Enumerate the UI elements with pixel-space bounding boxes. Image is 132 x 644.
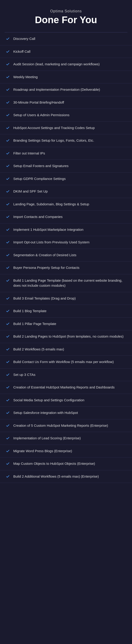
check-icon xyxy=(6,100,10,105)
check-icon xyxy=(6,334,10,339)
check-icon xyxy=(6,214,10,219)
check-icon xyxy=(6,322,10,326)
check-icon xyxy=(6,296,10,301)
check-icon xyxy=(6,240,10,244)
header: Optima Solutions Done For You xyxy=(0,0,132,32)
check-icon xyxy=(6,253,10,257)
list-item: Roadmap and Implementation Presentation … xyxy=(0,84,132,96)
check-icon xyxy=(6,347,10,352)
list-item: Map Custom Objects to HubSpot Objects (E… xyxy=(0,458,132,470)
item-text: 30-Minute Portal Briefing/Handoff xyxy=(13,100,126,105)
check-icon xyxy=(6,423,10,428)
item-text: Implementation of Lead Scoring (Enterpri… xyxy=(13,436,126,441)
item-text: Setup Email Footers and Signatures xyxy=(13,164,126,169)
item-text: Build 2 Workflows (5 emails max) xyxy=(13,347,126,352)
list-item: Discovery Call xyxy=(0,32,132,46)
list-item: Set up 3 CTAs xyxy=(0,368,132,381)
item-text: Setup Salesforce integration with HubSpo… xyxy=(13,410,126,416)
list-item: 30-Minute Portal Briefing/Handoff xyxy=(0,96,132,109)
list-item: Implement 1 HubSpot Marketplace Integrat… xyxy=(0,224,132,236)
item-text: Build 1 Blog Template xyxy=(13,308,126,314)
list-item: Migrate Word Press Blogs (Enterprise) xyxy=(0,445,132,458)
check-icon xyxy=(6,151,10,156)
item-text: Weekly Meeting xyxy=(13,74,126,80)
list-item: Import Contacts and Companies xyxy=(0,210,132,224)
check-icon xyxy=(6,164,10,168)
item-text: Import Opt-out Lists from Previously Use… xyxy=(13,240,126,245)
item-text: Segmentation & Creation of Desired Lists xyxy=(13,252,126,258)
header-title: Done For You xyxy=(4,15,128,25)
item-text: Build 2 Landing Pages to HubSpot (from t… xyxy=(13,334,126,339)
check-icon xyxy=(6,449,10,453)
list-item: Landing Page, Subdomain, Blog Settings &… xyxy=(0,198,132,211)
list-item: Setup Email Footers and Signatures xyxy=(0,160,132,172)
list-item: Branding Settings Setup for Logo, Fonts,… xyxy=(0,134,132,147)
list-item: HubSpot Account Settings and Tracking Co… xyxy=(0,122,132,134)
item-text: Build 3 Email Templates (Drag and Drop) xyxy=(13,296,126,301)
list-item: Kickoff Call xyxy=(0,46,132,58)
list-item: Implementation of Lead Scoring (Enterpri… xyxy=(0,432,132,445)
item-text: Setup of Users & Admin Permissions xyxy=(13,112,126,118)
check-icon xyxy=(6,360,10,364)
item-text: Buyer Persona Property Setup for Contact… xyxy=(13,265,126,270)
check-icon xyxy=(6,227,10,232)
header-subtitle: Optima Solutions xyxy=(4,9,128,13)
list-item: Setup of Users & Admin Permissions xyxy=(0,109,132,122)
check-icon xyxy=(6,202,10,206)
item-text: Build 1 Pillar Page Template xyxy=(13,321,126,326)
item-text: Setup GDPR Compliance Settings xyxy=(13,176,126,182)
checklist: Discovery CallKickoff CallAudit Session … xyxy=(0,32,132,483)
list-item: Build 1 Blog Template xyxy=(0,305,132,318)
item-text: Discovery Call xyxy=(13,36,126,42)
check-icon xyxy=(6,410,10,415)
list-item: Social Media Setup and Settings Configur… xyxy=(0,394,132,407)
check-icon xyxy=(6,36,10,41)
item-text: Creation of Essential HubSpot Marketing … xyxy=(13,385,126,390)
check-icon xyxy=(6,278,10,283)
list-item: Creation of Essential HubSpot Marketing … xyxy=(0,381,132,394)
check-icon xyxy=(6,385,10,390)
list-item: Import Opt-out Lists from Previously Use… xyxy=(0,236,132,249)
item-text: DKIM and SPF Set Up xyxy=(13,189,126,194)
check-icon xyxy=(6,398,10,402)
list-item: Weekly Meeting xyxy=(0,71,132,84)
item-text: Creation of 5 Custom HubSpot Marketing R… xyxy=(13,423,126,428)
check-icon xyxy=(6,113,10,117)
list-item: Filter out Internal IPs xyxy=(0,147,132,160)
check-icon xyxy=(6,189,10,194)
item-text: Social Media Setup and Settings Configur… xyxy=(13,398,126,403)
list-item: Setup GDPR Compliance Settings xyxy=(0,172,132,186)
check-icon xyxy=(6,49,10,54)
item-text: Audit Session (lead, marketing and campa… xyxy=(13,62,126,67)
item-text: Build 1 Landing Page Template (based on … xyxy=(13,278,126,288)
item-text: Filter out Internal IPs xyxy=(13,151,126,156)
check-icon xyxy=(6,309,10,313)
list-item: Setup Salesforce integration with HubSpo… xyxy=(0,406,132,420)
check-icon xyxy=(6,436,10,440)
list-item: Build 2 Workflows (5 emails max) xyxy=(0,343,132,356)
list-item: Segmentation & Creation of Desired Lists xyxy=(0,249,132,262)
item-text: Build Contact Us Form with Workflow (5 e… xyxy=(13,359,126,365)
item-text: Kickoff Call xyxy=(13,49,126,54)
item-text: Migrate Word Press Blogs (Enterprise) xyxy=(13,448,126,454)
item-text: Roadmap and Implementation Presentation … xyxy=(13,87,126,92)
list-item: Build 3 Email Templates (Drag and Drop) xyxy=(0,292,132,305)
item-text: Map Custom Objects to HubSpot Objects (E… xyxy=(13,461,126,466)
list-item: Build 1 Pillar Page Template xyxy=(0,318,132,330)
check-icon xyxy=(6,62,10,66)
check-icon xyxy=(6,372,10,377)
check-icon xyxy=(6,87,10,92)
list-item: Build 2 Landing Pages to HubSpot (from t… xyxy=(0,330,132,343)
check-icon xyxy=(6,461,10,466)
item-text: Build 2 Additional Workflows (5 emails m… xyxy=(13,474,126,479)
list-item: Audit Session (lead, marketing and campa… xyxy=(0,58,132,71)
item-text: Set up 3 CTAs xyxy=(13,372,126,378)
check-icon xyxy=(6,138,10,143)
check-icon xyxy=(6,75,10,79)
list-item: Build 2 Additional Workflows (5 emails m… xyxy=(0,470,132,483)
list-item: Build Contact Us Form with Workflow (5 e… xyxy=(0,356,132,368)
item-text: HubSpot Account Settings and Tracking Co… xyxy=(13,125,126,131)
item-text: Branding Settings Setup for Logo, Fonts,… xyxy=(13,138,126,143)
item-text: Implement 1 HubSpot Marketplace Integrat… xyxy=(13,227,126,232)
list-item: Buyer Persona Property Setup for Contact… xyxy=(0,262,132,274)
